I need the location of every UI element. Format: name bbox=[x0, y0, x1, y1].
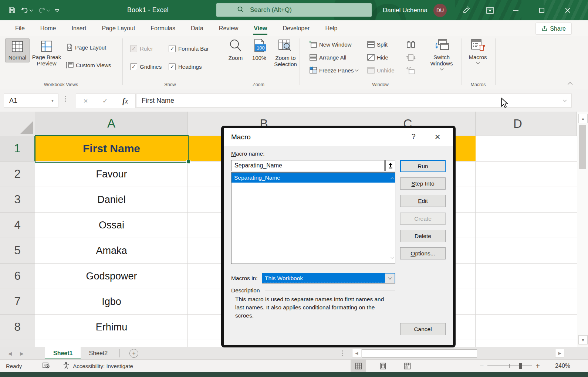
row-header-4[interactable]: 4 bbox=[0, 213, 35, 238]
prev-sheet-icon[interactable]: ◀ bbox=[8, 351, 12, 356]
row-header-2[interactable]: 2 bbox=[0, 162, 35, 187]
row-header-7[interactable]: 7 bbox=[0, 289, 35, 315]
macros-in-dropdown[interactable]: This Workbook bbox=[262, 273, 395, 283]
share-button[interactable]: Share bbox=[535, 23, 572, 35]
insert-function-icon[interactable]: fx bbox=[122, 97, 128, 105]
tab-data[interactable]: Data bbox=[183, 20, 211, 36]
zoom-slider[interactable] bbox=[487, 366, 532, 366]
cell-a5[interactable]: Amaka bbox=[36, 238, 187, 264]
normal-view-button[interactable]: Normal bbox=[5, 38, 30, 62]
vertical-scrollbar[interactable]: ▲ ▼ bbox=[577, 112, 588, 347]
edit-button[interactable]: Edit bbox=[400, 195, 446, 207]
cell-a7[interactable]: Igbo bbox=[36, 289, 187, 315]
custom-views-button[interactable]: Custom Views bbox=[66, 61, 111, 69]
search-input[interactable] bbox=[249, 6, 372, 14]
row-header-6[interactable]: 6 bbox=[0, 264, 35, 289]
tab-home[interactable]: Home bbox=[33, 20, 64, 36]
row-header-1[interactable]: 1 bbox=[0, 136, 35, 162]
scroll-down-icon[interactable]: ▼ bbox=[578, 335, 588, 344]
customize-qat-icon[interactable] bbox=[55, 9, 59, 11]
select-all-corner[interactable] bbox=[0, 112, 36, 136]
arrange-all-button[interactable]: Arrange All bbox=[309, 54, 346, 61]
zoom-out-button[interactable]: − bbox=[480, 362, 484, 370]
expand-formula-bar-icon[interactable] bbox=[563, 98, 567, 102]
sheet-tab-sheet1[interactable]: Sheet1 bbox=[45, 347, 81, 360]
cancel-button[interactable]: Cancel bbox=[400, 323, 446, 335]
scroll-right-icon[interactable]: ▶ bbox=[555, 349, 564, 357]
zoom-button[interactable]: Zoom bbox=[224, 38, 247, 61]
column-header-partial[interactable] bbox=[560, 112, 577, 136]
minimize-button[interactable] bbox=[507, 0, 524, 20]
accessibility-icon[interactable] bbox=[62, 362, 70, 370]
undo-button[interactable] bbox=[21, 6, 33, 14]
scroll-up-icon[interactable]: ▲ bbox=[578, 114, 588, 123]
gridlines-checkbox[interactable]: ✓Gridlines bbox=[130, 63, 162, 70]
dialog-title-bar[interactable]: Macro ? × bbox=[224, 128, 453, 146]
step-into-button[interactable]: Step Into bbox=[400, 177, 446, 190]
avatar[interactable]: DU bbox=[433, 4, 447, 17]
close-button[interactable] bbox=[559, 0, 576, 20]
zoom-100-button[interactable]: 100 100% bbox=[249, 38, 270, 61]
dropdown-chevron-icon[interactable] bbox=[385, 274, 395, 283]
zoom-in-button[interactable]: + bbox=[535, 362, 540, 370]
tab-insert[interactable]: Insert bbox=[64, 20, 94, 36]
checkbox-icon[interactable]: ✓ bbox=[130, 63, 137, 70]
page-break-preview-button[interactable]: Page Break Preview bbox=[30, 38, 63, 68]
horizontal-scrollbar[interactable]: ◀ ▶ bbox=[352, 349, 564, 357]
tabbar-resize-dots[interactable] bbox=[342, 350, 343, 356]
normal-view-shortcut[interactable] bbox=[351, 360, 366, 372]
cell-a6[interactable]: Godspower bbox=[36, 264, 187, 289]
new-window-button[interactable]: New Window bbox=[309, 41, 352, 48]
account-name[interactable]: Daniel Uchenna bbox=[383, 0, 428, 20]
save-icon[interactable] bbox=[8, 7, 16, 14]
row-header-8[interactable]: 8 bbox=[0, 315, 35, 340]
split-button[interactable]: Split bbox=[367, 41, 388, 48]
view-side-by-side-icon[interactable] bbox=[406, 41, 416, 49]
cell-a8[interactable]: Erhimu bbox=[36, 315, 187, 340]
cell-a3[interactable]: Daniel bbox=[36, 187, 187, 213]
tab-view[interactable]: View bbox=[246, 20, 275, 36]
macro-list-item[interactable]: Separating_Name bbox=[232, 173, 395, 183]
next-sheet-icon[interactable]: ▶ bbox=[20, 351, 24, 356]
delete-button[interactable]: Delete bbox=[400, 230, 446, 242]
tab-file[interactable]: File bbox=[7, 20, 33, 36]
column-header-a[interactable]: A bbox=[35, 112, 188, 136]
macro-name-up-button[interactable] bbox=[385, 160, 395, 171]
tab-review[interactable]: Review bbox=[211, 20, 246, 36]
dialog-close-button[interactable]: × bbox=[431, 131, 444, 143]
sheet-tab-sheet2[interactable]: Sheet2 bbox=[81, 347, 116, 360]
zoom-level[interactable]: 240% bbox=[555, 363, 570, 369]
maximize-button[interactable] bbox=[533, 0, 550, 20]
headings-checkbox[interactable]: ✓Headings bbox=[169, 63, 202, 70]
column-header-d[interactable]: D bbox=[476, 112, 560, 136]
tab-help[interactable]: Help bbox=[317, 20, 345, 36]
row-header-3[interactable]: 3 bbox=[0, 187, 35, 213]
switch-windows-button[interactable]: Switch Windows bbox=[425, 38, 459, 70]
freeze-panes-button[interactable]: Freeze Panes bbox=[309, 67, 358, 74]
scroll-left-icon[interactable]: ◀ bbox=[352, 349, 361, 357]
list-scroll-down-icon[interactable] bbox=[391, 255, 394, 259]
row-header-5[interactable]: 5 bbox=[0, 238, 35, 264]
checkbox-icon[interactable]: ✓ bbox=[169, 45, 176, 52]
formula-bar-checkbox[interactable]: ✓Formula Bar bbox=[169, 45, 209, 52]
hide-button[interactable]: Hide bbox=[367, 54, 388, 61]
search-bar[interactable] bbox=[216, 3, 372, 17]
page-layout-view-button[interactable]: Page Layout bbox=[66, 44, 106, 51]
zoom-slider-thumb[interactable] bbox=[519, 363, 522, 369]
freeze-panes-dropdown-icon[interactable] bbox=[355, 68, 359, 72]
page-break-shortcut[interactable] bbox=[399, 360, 415, 372]
ribbon-display-options-icon[interactable] bbox=[481, 0, 499, 20]
macro-name-input[interactable] bbox=[231, 160, 385, 171]
zoom-to-selection-button[interactable]: Zoom to Selection bbox=[271, 38, 300, 67]
cell-a4[interactable]: Ossai bbox=[36, 213, 187, 238]
switch-windows-dropdown-icon[interactable] bbox=[440, 67, 443, 71]
dialog-help-button[interactable]: ? bbox=[408, 132, 419, 141]
vertical-scroll-thumb[interactable] bbox=[579, 125, 586, 169]
cell-a2[interactable]: Favour bbox=[36, 162, 187, 187]
macro-list[interactable]: Separating_Name bbox=[231, 172, 395, 264]
page-layout-shortcut[interactable] bbox=[375, 360, 391, 372]
name-box[interactable]: A1 ▼ bbox=[4, 94, 58, 108]
collapse-ribbon-icon[interactable] bbox=[568, 82, 572, 87]
tab-formulas[interactable]: Formulas bbox=[143, 20, 183, 36]
checkbox-icon[interactable]: ✓ bbox=[169, 63, 176, 70]
